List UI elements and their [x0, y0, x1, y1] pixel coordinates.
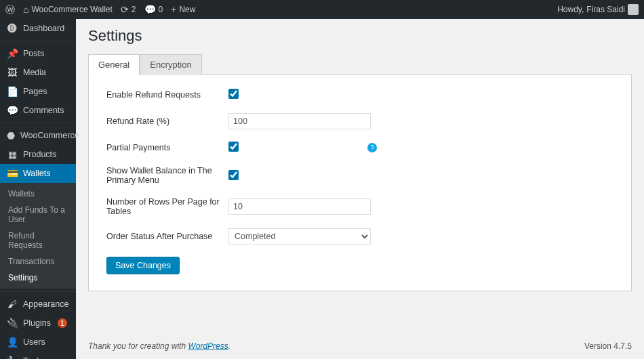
rows-per-page-input[interactable] — [228, 198, 371, 215]
comments-link[interactable]: 💬0 — [144, 5, 163, 14]
media-icon: 🖼 — [7, 67, 18, 78]
sidebar-item-users[interactable]: 👤Users — [0, 333, 76, 352]
enable-refund-checkbox[interactable] — [228, 89, 239, 99]
submenu-settings[interactable]: Settings — [0, 270, 76, 286]
wordpress-link[interactable]: WordPress — [188, 341, 228, 351]
sidebar-label: Comments — [23, 106, 64, 115]
admin-bar: ⓦ ⌂WooCommerce Wallet ⟳2 💬0 +New Howdy, … — [0, 0, 644, 19]
sidebar-label: Dashboard — [23, 24, 64, 33]
sidebar-label: Appearance — [23, 299, 68, 309]
enable-refund-label: Enable Refund Requests — [106, 90, 228, 100]
sidebar-label: Users — [23, 337, 45, 347]
submenu-add-funds[interactable]: Add Funds To a User — [0, 202, 76, 228]
settings-panel: Enable Refund Requests Refund Rate (%) P… — [88, 75, 632, 291]
footer-period: . — [228, 341, 230, 351]
help-icon[interactable]: ? — [367, 143, 377, 152]
admin-sidebar: 🅓Dashboard 📌Posts 🖼Media 📄Pages 💬Comment… — [0, 19, 76, 359]
sidebar-label: Media — [23, 68, 46, 77]
updates-count: 2 — [132, 5, 136, 14]
refresh-icon: ⟳ — [121, 5, 129, 14]
sidebar-label: Wallets — [23, 169, 51, 178]
sidebar-item-dashboard[interactable]: 🅓Dashboard — [0, 19, 76, 38]
settings-tabs: General Encryption — [88, 54, 632, 75]
footer-thanks: Thank you for creating with — [88, 341, 188, 351]
sidebar-item-woocommerce[interactable]: ⬣WooCommerce — [0, 126, 76, 145]
comment-icon: 💬 — [7, 105, 18, 116]
plus-icon: + — [171, 5, 176, 14]
sidebar-item-products[interactable]: ▦Products — [0, 145, 76, 164]
site-name: WooCommerce Wallet — [31, 5, 112, 14]
submenu-transactions[interactable]: Transactions — [0, 253, 76, 270]
avatar — [628, 4, 639, 15]
order-status-label: Order Status After Purchase — [106, 232, 228, 241]
save-button[interactable]: Save Changes — [106, 257, 180, 274]
page-icon: 📄 — [7, 86, 18, 97]
rows-per-page-label: Number of Rows Per Page for Tables — [106, 197, 228, 216]
refund-rate-label: Refund Rate (%) — [106, 117, 228, 126]
sidebar-label: Pages — [23, 87, 47, 96]
separator — [0, 41, 76, 41]
wallet-icon: 💳 — [7, 168, 18, 179]
new-link[interactable]: +New — [171, 5, 195, 14]
sidebar-label: WooCommerce — [20, 131, 79, 140]
sidebar-label: Products — [23, 150, 56, 159]
account-link[interactable]: Howdy, Firas Saidi — [557, 4, 639, 15]
show-balance-checkbox[interactable] — [228, 170, 239, 180]
plugins-count-badge: 1 — [58, 318, 67, 328]
main-content: Settings General Encryption Enable Refun… — [76, 19, 644, 359]
updates-link[interactable]: ⟳2 — [121, 5, 136, 14]
comments-count: 0 — [159, 5, 163, 14]
wp-version: Version 4.7.5 — [584, 341, 632, 351]
submenu-wallets[interactable]: Wallets — [0, 186, 76, 202]
order-status-select[interactable]: Completed — [228, 228, 371, 245]
howdy-text: Howdy, — [557, 5, 584, 14]
woo-icon: ⬣ — [7, 130, 15, 141]
sidebar-item-comments[interactable]: 💬Comments — [0, 101, 76, 120]
partial-payments-label: Partial Payments — [106, 143, 228, 152]
sidebar-item-plugins[interactable]: 🔌Plugins1 — [0, 314, 76, 333]
sidebar-item-wallets[interactable]: 💳Wallets — [0, 164, 76, 183]
sidebar-item-tools[interactable]: 🔧Tools — [0, 352, 76, 359]
wp-logo-icon[interactable]: ⓦ — [5, 5, 15, 14]
admin-footer: Thank you for creating with WordPress. V… — [88, 326, 632, 351]
wallets-submenu: Wallets Add Funds To a User Refund Reque… — [0, 183, 76, 289]
plug-icon: 🔌 — [7, 318, 18, 329]
sidebar-item-posts[interactable]: 📌Posts — [0, 44, 76, 63]
page-title: Settings — [88, 27, 632, 45]
home-icon: ⌂ — [23, 5, 28, 14]
separator — [0, 291, 76, 292]
sidebar-label: Posts — [23, 49, 44, 58]
sidebar-label: Plugins — [23, 318, 51, 328]
user-name: Firas Saidi — [586, 5, 625, 14]
products-icon: ▦ — [7, 149, 18, 160]
tab-encryption[interactable]: Encryption — [140, 54, 201, 75]
separator — [0, 123, 76, 123]
refund-rate-input[interactable] — [228, 113, 371, 129]
new-label: New — [179, 5, 195, 14]
submenu-refund-requests[interactable]: Refund Requests — [0, 228, 76, 253]
sidebar-item-pages[interactable]: 📄Pages — [0, 82, 76, 101]
site-link[interactable]: ⌂WooCommerce Wallet — [23, 5, 113, 14]
brush-icon: 🖌 — [7, 299, 18, 310]
sidebar-item-media[interactable]: 🖼Media — [0, 63, 76, 82]
pin-icon: 📌 — [7, 48, 18, 59]
wrench-icon: 🔧 — [7, 356, 18, 359]
sidebar-label: Tools — [23, 356, 43, 359]
dashboard-icon: 🅓 — [7, 23, 18, 34]
sidebar-item-appearance[interactable]: 🖌Appearance — [0, 295, 76, 314]
user-icon: 👤 — [7, 337, 18, 347]
partial-payments-checkbox[interactable] — [228, 142, 239, 152]
comment-icon: 💬 — [144, 5, 156, 14]
show-balance-label: Show Wallet Balance in The Primary Menu — [106, 166, 228, 185]
tab-general[interactable]: General — [88, 54, 140, 75]
